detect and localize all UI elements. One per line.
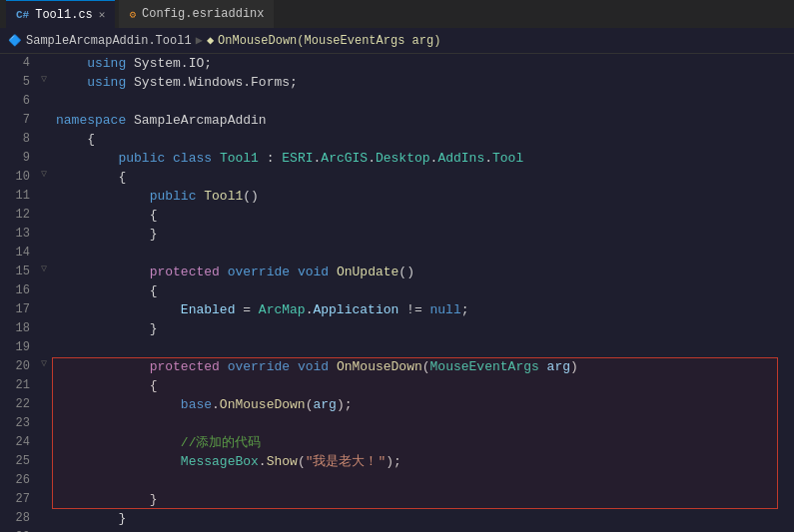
collapse-column: ▽ ▽ ▽ ▽ (38, 54, 52, 532)
code-line-22: base.OnMouseDown(arg); (56, 395, 790, 414)
line-num-8: 8 (0, 130, 30, 149)
code-line-16: { (56, 281, 790, 300)
line-num-13: 13 (0, 225, 30, 244)
line-num-22: 22 (0, 395, 30, 414)
collapse-btn-9[interactable]: ▽ (38, 73, 50, 85)
breadcrumb-bar: 🔷 SampleArcmapAddin.Tool1 ▶ ◆ OnMouseDow… (0, 28, 794, 54)
tab-label-tool1cs: Tool1.cs (35, 8, 93, 22)
line-num-15: 15 (0, 263, 30, 281)
line-numbers: 4 5 6 7 8 9 10 11 12 13 14 15 16 17 18 1… (0, 54, 38, 532)
code-line-23 (56, 414, 790, 433)
code-line-25: MessageBox.Show("我是老大！"); (56, 452, 790, 471)
code-line-13: } (56, 225, 790, 244)
code-line-8: { (56, 130, 790, 149)
line-num-11: 11 (0, 187, 30, 206)
code-line-28: } (56, 509, 790, 528)
code-line-17: Enabled = ArcMap.Application != null; (56, 300, 790, 319)
line-num-23: 23 (0, 414, 30, 433)
line-num-17: 17 (0, 300, 30, 319)
line-num-4: 4 (0, 54, 30, 73)
breadcrumb-class[interactable]: SampleArcmapAddin.Tool1 (26, 34, 192, 48)
code-line-9: public class Tool1 : ESRI.ArcGIS.Desktop… (56, 149, 790, 168)
code-line-27: } (56, 490, 790, 509)
line-num-14: 14 (0, 244, 30, 263)
code-line-21: { (56, 376, 790, 395)
code-line-24: //添加的代码 (56, 433, 790, 452)
tab-close-tool1cs[interactable]: ✕ (99, 8, 106, 21)
collapse-btn-15[interactable]: ▽ (38, 263, 50, 274)
code-line-18: } (56, 319, 790, 338)
tab-config[interactable]: ⚙ Config.esriaddinx (119, 0, 274, 28)
line-num-21: 21 (0, 376, 30, 395)
breadcrumb-separator: ▶ (196, 33, 203, 48)
line-num-6: 6 (0, 92, 30, 111)
line-num-24: 24 (0, 433, 30, 452)
code-line-29 (56, 528, 790, 532)
code-line-11: public Tool1() (56, 187, 790, 206)
code-line-10: { (56, 168, 790, 187)
code-area[interactable]: using System.IO; using System.Windows.Fo… (52, 54, 794, 532)
code-line-5: using System.Windows.Forms; (56, 73, 790, 92)
editor-area: 4 5 6 7 8 9 10 11 12 13 14 15 16 17 18 1… (0, 54, 794, 532)
code-line-20: protected override void OnMouseDown(Mous… (56, 357, 790, 376)
cs-file-icon: C# (16, 9, 29, 21)
line-num-9: 9 (0, 149, 30, 168)
code-line-15: protected override void OnUpdate() (56, 263, 790, 281)
code-line-7: namespace SampleArcmapAddin (56, 111, 790, 130)
line-num-7: 7 (0, 111, 30, 130)
line-num-19: 19 (0, 338, 30, 357)
code-line-26 (56, 471, 790, 490)
tab-tool1cs[interactable]: C# Tool1.cs ✕ (6, 0, 115, 28)
line-num-10: 10 (0, 168, 30, 187)
collapse-btn-20[interactable]: ▽ (38, 357, 50, 369)
code-line-14 (56, 244, 790, 263)
line-num-16: 16 (0, 281, 30, 300)
line-num-5: 5 (0, 73, 30, 92)
line-num-27: 27 (0, 490, 30, 509)
line-num-25: 25 (0, 452, 30, 471)
line-num-29: 29 (0, 528, 30, 532)
tab-label-config: Config.esriaddinx (142, 7, 264, 21)
line-num-20: 20 (0, 357, 30, 376)
collapse-btn-11[interactable]: ▽ (38, 168, 50, 180)
line-num-18: 18 (0, 319, 30, 338)
xml-file-icon: ⚙ (129, 8, 136, 21)
line-num-28: 28 (0, 509, 30, 528)
line-num-12: 12 (0, 206, 30, 225)
code-line-4: using System.IO; (56, 54, 790, 73)
class-breadcrumb-icon: 🔷 (8, 34, 22, 47)
code-line-12: { (56, 206, 790, 225)
code-line-19 (56, 338, 790, 357)
code-line-6 (56, 92, 790, 111)
title-bar: C# Tool1.cs ✕ ⚙ Config.esriaddinx (0, 0, 794, 28)
line-num-26: 26 (0, 471, 30, 490)
breadcrumb-method-icon: ◆ (207, 33, 214, 48)
breadcrumb-method[interactable]: OnMouseDown(MouseEventArgs arg) (218, 34, 440, 48)
